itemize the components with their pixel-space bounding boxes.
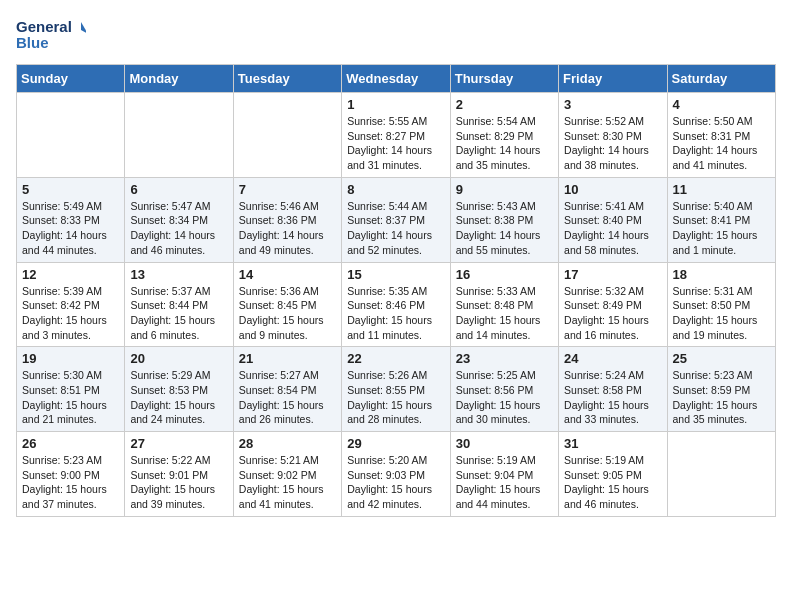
day-cell: 10Sunrise: 5:41 AM Sunset: 8:40 PM Dayli…: [559, 177, 667, 262]
day-cell: 12Sunrise: 5:39 AM Sunset: 8:42 PM Dayli…: [17, 262, 125, 347]
weekday-header-thursday: Thursday: [450, 65, 558, 93]
day-number: 28: [239, 436, 336, 451]
day-info: Sunrise: 5:19 AM Sunset: 9:04 PM Dayligh…: [456, 453, 553, 512]
day-number: 25: [673, 351, 770, 366]
day-info: Sunrise: 5:41 AM Sunset: 8:40 PM Dayligh…: [564, 199, 661, 258]
day-cell: 17Sunrise: 5:32 AM Sunset: 8:49 PM Dayli…: [559, 262, 667, 347]
day-number: 7: [239, 182, 336, 197]
day-cell: 18Sunrise: 5:31 AM Sunset: 8:50 PM Dayli…: [667, 262, 775, 347]
day-info: Sunrise: 5:19 AM Sunset: 9:05 PM Dayligh…: [564, 453, 661, 512]
day-number: 17: [564, 267, 661, 282]
day-cell: 8Sunrise: 5:44 AM Sunset: 8:37 PM Daylig…: [342, 177, 450, 262]
weekday-header-wednesday: Wednesday: [342, 65, 450, 93]
day-info: Sunrise: 5:40 AM Sunset: 8:41 PM Dayligh…: [673, 199, 770, 258]
day-cell: 7Sunrise: 5:46 AM Sunset: 8:36 PM Daylig…: [233, 177, 341, 262]
day-info: Sunrise: 5:31 AM Sunset: 8:50 PM Dayligh…: [673, 284, 770, 343]
day-cell: 11Sunrise: 5:40 AM Sunset: 8:41 PM Dayli…: [667, 177, 775, 262]
day-cell: 4Sunrise: 5:50 AM Sunset: 8:31 PM Daylig…: [667, 93, 775, 178]
day-number: 21: [239, 351, 336, 366]
day-info: Sunrise: 5:52 AM Sunset: 8:30 PM Dayligh…: [564, 114, 661, 173]
day-cell: 28Sunrise: 5:21 AM Sunset: 9:02 PM Dayli…: [233, 432, 341, 517]
page-header: General Blue: [16, 16, 776, 56]
day-info: Sunrise: 5:33 AM Sunset: 8:48 PM Dayligh…: [456, 284, 553, 343]
day-cell: 26Sunrise: 5:23 AM Sunset: 9:00 PM Dayli…: [17, 432, 125, 517]
week-row-1: 1Sunrise: 5:55 AM Sunset: 8:27 PM Daylig…: [17, 93, 776, 178]
day-number: 6: [130, 182, 227, 197]
day-number: 30: [456, 436, 553, 451]
day-cell: 13Sunrise: 5:37 AM Sunset: 8:44 PM Dayli…: [125, 262, 233, 347]
day-number: 1: [347, 97, 444, 112]
day-number: 19: [22, 351, 119, 366]
day-cell: 30Sunrise: 5:19 AM Sunset: 9:04 PM Dayli…: [450, 432, 558, 517]
day-number: 24: [564, 351, 661, 366]
day-number: 9: [456, 182, 553, 197]
day-number: 15: [347, 267, 444, 282]
day-info: Sunrise: 5:54 AM Sunset: 8:29 PM Dayligh…: [456, 114, 553, 173]
svg-text:Blue: Blue: [16, 34, 49, 51]
day-number: 27: [130, 436, 227, 451]
logo-svg: General Blue: [16, 16, 86, 56]
day-info: Sunrise: 5:30 AM Sunset: 8:51 PM Dayligh…: [22, 368, 119, 427]
day-info: Sunrise: 5:44 AM Sunset: 8:37 PM Dayligh…: [347, 199, 444, 258]
day-cell: 19Sunrise: 5:30 AM Sunset: 8:51 PM Dayli…: [17, 347, 125, 432]
day-number: 16: [456, 267, 553, 282]
day-info: Sunrise: 5:29 AM Sunset: 8:53 PM Dayligh…: [130, 368, 227, 427]
weekday-header-row: SundayMondayTuesdayWednesdayThursdayFrid…: [17, 65, 776, 93]
day-number: 22: [347, 351, 444, 366]
weekday-header-sunday: Sunday: [17, 65, 125, 93]
day-cell: 31Sunrise: 5:19 AM Sunset: 9:05 PM Dayli…: [559, 432, 667, 517]
day-number: 18: [673, 267, 770, 282]
day-cell: 25Sunrise: 5:23 AM Sunset: 8:59 PM Dayli…: [667, 347, 775, 432]
day-info: Sunrise: 5:55 AM Sunset: 8:27 PM Dayligh…: [347, 114, 444, 173]
day-cell: 21Sunrise: 5:27 AM Sunset: 8:54 PM Dayli…: [233, 347, 341, 432]
day-number: 23: [456, 351, 553, 366]
day-number: 4: [673, 97, 770, 112]
logo: General Blue: [16, 16, 86, 56]
day-cell: 24Sunrise: 5:24 AM Sunset: 8:58 PM Dayli…: [559, 347, 667, 432]
day-cell: [125, 93, 233, 178]
day-info: Sunrise: 5:22 AM Sunset: 9:01 PM Dayligh…: [130, 453, 227, 512]
day-cell: 27Sunrise: 5:22 AM Sunset: 9:01 PM Dayli…: [125, 432, 233, 517]
day-info: Sunrise: 5:49 AM Sunset: 8:33 PM Dayligh…: [22, 199, 119, 258]
day-info: Sunrise: 5:23 AM Sunset: 9:00 PM Dayligh…: [22, 453, 119, 512]
day-info: Sunrise: 5:43 AM Sunset: 8:38 PM Dayligh…: [456, 199, 553, 258]
day-info: Sunrise: 5:27 AM Sunset: 8:54 PM Dayligh…: [239, 368, 336, 427]
day-number: 5: [22, 182, 119, 197]
day-cell: 3Sunrise: 5:52 AM Sunset: 8:30 PM Daylig…: [559, 93, 667, 178]
day-info: Sunrise: 5:35 AM Sunset: 8:46 PM Dayligh…: [347, 284, 444, 343]
week-row-3: 12Sunrise: 5:39 AM Sunset: 8:42 PM Dayli…: [17, 262, 776, 347]
day-number: 10: [564, 182, 661, 197]
weekday-header-monday: Monday: [125, 65, 233, 93]
day-cell: 23Sunrise: 5:25 AM Sunset: 8:56 PM Dayli…: [450, 347, 558, 432]
day-number: 2: [456, 97, 553, 112]
day-cell: 5Sunrise: 5:49 AM Sunset: 8:33 PM Daylig…: [17, 177, 125, 262]
day-cell: 20Sunrise: 5:29 AM Sunset: 8:53 PM Dayli…: [125, 347, 233, 432]
day-number: 14: [239, 267, 336, 282]
day-number: 13: [130, 267, 227, 282]
day-cell: [667, 432, 775, 517]
weekday-header-friday: Friday: [559, 65, 667, 93]
day-cell: 16Sunrise: 5:33 AM Sunset: 8:48 PM Dayli…: [450, 262, 558, 347]
day-info: Sunrise: 5:47 AM Sunset: 8:34 PM Dayligh…: [130, 199, 227, 258]
week-row-5: 26Sunrise: 5:23 AM Sunset: 9:00 PM Dayli…: [17, 432, 776, 517]
day-number: 12: [22, 267, 119, 282]
day-number: 29: [347, 436, 444, 451]
day-info: Sunrise: 5:23 AM Sunset: 8:59 PM Dayligh…: [673, 368, 770, 427]
week-row-4: 19Sunrise: 5:30 AM Sunset: 8:51 PM Dayli…: [17, 347, 776, 432]
day-info: Sunrise: 5:20 AM Sunset: 9:03 PM Dayligh…: [347, 453, 444, 512]
day-info: Sunrise: 5:32 AM Sunset: 8:49 PM Dayligh…: [564, 284, 661, 343]
day-cell: 1Sunrise: 5:55 AM Sunset: 8:27 PM Daylig…: [342, 93, 450, 178]
day-number: 11: [673, 182, 770, 197]
day-number: 3: [564, 97, 661, 112]
day-cell: 22Sunrise: 5:26 AM Sunset: 8:55 PM Dayli…: [342, 347, 450, 432]
day-info: Sunrise: 5:36 AM Sunset: 8:45 PM Dayligh…: [239, 284, 336, 343]
day-cell: [233, 93, 341, 178]
day-number: 20: [130, 351, 227, 366]
day-cell: 9Sunrise: 5:43 AM Sunset: 8:38 PM Daylig…: [450, 177, 558, 262]
day-info: Sunrise: 5:39 AM Sunset: 8:42 PM Dayligh…: [22, 284, 119, 343]
day-number: 31: [564, 436, 661, 451]
day-info: Sunrise: 5:21 AM Sunset: 9:02 PM Dayligh…: [239, 453, 336, 512]
weekday-header-tuesday: Tuesday: [233, 65, 341, 93]
day-info: Sunrise: 5:25 AM Sunset: 8:56 PM Dayligh…: [456, 368, 553, 427]
day-number: 26: [22, 436, 119, 451]
